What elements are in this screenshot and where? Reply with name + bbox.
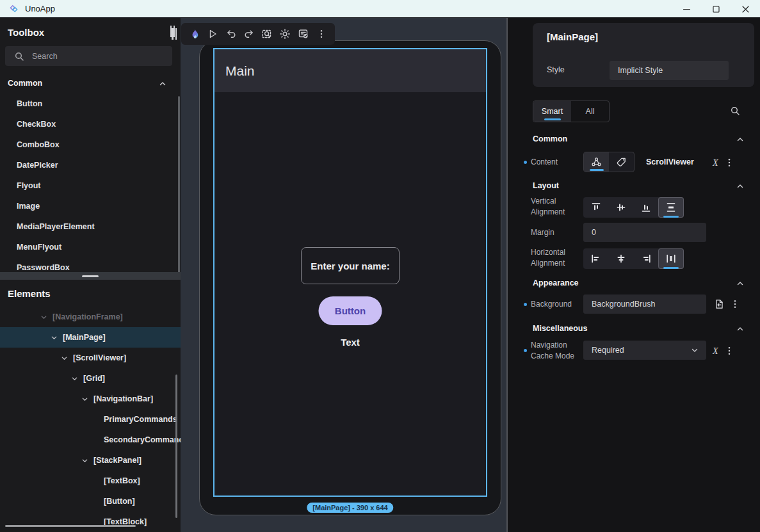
chevron-down-icon[interactable] [47, 334, 60, 341]
redo-button[interactable] [241, 26, 257, 42]
toolbox-item-mediaplayerelement[interactable]: MediaPlayerElement [0, 216, 181, 237]
tree-item-scrollviewer[interactable]: [ScrollViewer] [0, 348, 181, 368]
toolbox-search-input[interactable] [32, 52, 154, 61]
toolbox-item-combobox[interactable]: ComboBox [0, 134, 181, 155]
page-header-bar[interactable]: Main [214, 49, 486, 92]
chevron-down-icon[interactable] [78, 457, 91, 464]
toolbox-item-passwordbox[interactable]: PasswordBox [0, 257, 181, 272]
valign-stretch-button[interactable] [659, 198, 683, 217]
tree-item-textbox[interactable]: [TextBox] [0, 471, 181, 491]
titlebar: UnoApp [0, 0, 760, 18]
chevron-up-icon[interactable] [159, 80, 166, 88]
halign-center-button[interactable] [609, 249, 633, 268]
tree-item-grid[interactable]: [Grid] [0, 368, 181, 389]
more-icon[interactable] [724, 346, 734, 356]
toolbar-drag-handle[interactable] [172, 28, 179, 40]
tree-item-mainpage[interactable]: [MainPage] [0, 327, 181, 348]
content-mode-hierarchy-button[interactable] [584, 152, 609, 172]
toolbox-panel: Toolbox Common ButtonCheckBoxComboBoxDat… [0, 18, 181, 272]
close-button[interactable] [731, 0, 760, 18]
undo-button[interactable] [223, 26, 239, 42]
valign-top-button[interactable] [584, 198, 608, 217]
inspector-search-icon[interactable] [730, 106, 740, 116]
tree-item-primarycommands[interactable]: PrimaryCommands [0, 409, 181, 430]
tree-item-label: [NavigationBar] [93, 394, 153, 403]
maximize-button[interactable] [701, 0, 731, 18]
tab-all[interactable]: All [571, 101, 609, 122]
toolbox-scrollbar[interactable] [178, 96, 180, 272]
section-header-appearance[interactable]: Appearance [533, 278, 754, 289]
tree-item-navigationbar[interactable]: [NavigationBar] [0, 389, 181, 409]
content-value[interactable]: ScrollViewer [646, 157, 694, 166]
toolbox-item-datepicker[interactable]: DatePicker [0, 155, 181, 175]
navigation-cache-mode-row-actions: X [713, 345, 734, 357]
chevron-down-icon[interactable] [58, 355, 70, 362]
panel-splitter[interactable] [0, 272, 181, 280]
tree-item-label: [TextBox] [104, 476, 140, 485]
splitter-handle[interactable] [82, 275, 99, 277]
page-title: Main [225, 63, 255, 79]
more-icon[interactable] [724, 157, 734, 168]
elements-scrollbar[interactable] [175, 375, 177, 518]
doc-import-icon[interactable] [714, 299, 724, 309]
canvas-textbox[interactable]: Enter your name: [301, 247, 400, 284]
chevron-up-icon[interactable] [736, 136, 744, 143]
canvas-textblock[interactable]: Text [214, 337, 486, 348]
tree-item-label: SecondaryCommands [104, 435, 181, 444]
active-tab-underline [544, 118, 561, 120]
background-value: BackgroundBrush [592, 300, 655, 309]
theme-button[interactable] [277, 26, 293, 42]
more-button[interactable] [314, 26, 329, 42]
toolbox-item-menuflyout[interactable]: MenuFlyout [0, 237, 181, 257]
section-header-common[interactable]: Common [533, 134, 754, 145]
margin-label: Margin [531, 227, 590, 238]
section-header-miscellaneous[interactable]: Miscellaneous [533, 324, 754, 334]
tree-item-stackpanel[interactable]: [StackPanel] [0, 450, 181, 471]
tree-item-button[interactable]: [Button] [0, 491, 181, 512]
tree-item-label: PrimaryCommands [104, 415, 177, 424]
halign-stretch-button[interactable] [659, 249, 683, 268]
x-markup-icon[interactable]: X [713, 157, 718, 168]
toolbox-title: Toolbox [8, 27, 44, 38]
toolbox-section-common[interactable]: Common [0, 78, 181, 90]
toolbox-item-checkbox[interactable]: CheckBox [0, 114, 181, 134]
halign-left-button[interactable] [584, 249, 608, 268]
toolbox-item-image[interactable]: Image [0, 196, 181, 216]
tab-smart[interactable]: Smart [533, 101, 571, 122]
chevron-up-icon[interactable] [736, 280, 744, 287]
toolbox-section-label: Common [8, 79, 42, 88]
section-header-layout[interactable]: Layout [533, 181, 754, 191]
valign-bottom-button[interactable] [634, 198, 658, 217]
valign-center-button[interactable] [609, 198, 633, 217]
play-button[interactable] [205, 26, 220, 42]
tree-item-textblock[interactable]: [TextBlock] [0, 512, 181, 532]
toolbox-item-button[interactable]: Button [0, 93, 181, 114]
chevron-up-icon[interactable] [736, 182, 744, 190]
x-markup-icon[interactable]: X [713, 345, 718, 357]
content-mode-tag-button[interactable] [609, 152, 634, 172]
style-input[interactable]: Implicit Style [610, 61, 729, 80]
selected-element-title: [MainPage] [547, 31, 598, 42]
navigation-cache-mode-select[interactable]: Required [583, 341, 706, 360]
selection-outline: Main Enter your name: Button Text [213, 48, 487, 497]
chevron-down-icon[interactable] [68, 375, 81, 382]
chevron-up-icon[interactable] [736, 325, 744, 333]
section-label: Common [533, 134, 567, 143]
toolbox-item-flyout[interactable]: Flyout [0, 175, 181, 196]
chevron-down-icon[interactable] [37, 314, 50, 321]
more-icon[interactable] [730, 299, 740, 309]
margin-input[interactable]: 0 [583, 223, 706, 242]
flame-button[interactable] [187, 26, 202, 42]
halign-right-button[interactable] [634, 249, 658, 268]
minimize-button[interactable] [672, 0, 701, 18]
elements-horizontal-scrollbar[interactable] [5, 525, 136, 527]
toolbox-search[interactable] [5, 46, 172, 66]
content-label: Content [531, 157, 590, 168]
background-input[interactable]: BackgroundBrush [583, 294, 706, 314]
form-check-button[interactable] [296, 26, 311, 42]
tree-item-navigationframe[interactable]: [NavigationFrame] [0, 307, 181, 327]
canvas-button[interactable]: Button [319, 296, 382, 325]
tree-item-secondarycommands[interactable]: SecondaryCommands [0, 430, 181, 450]
chevron-down-icon[interactable] [78, 396, 91, 403]
inspect-button[interactable] [259, 26, 275, 42]
